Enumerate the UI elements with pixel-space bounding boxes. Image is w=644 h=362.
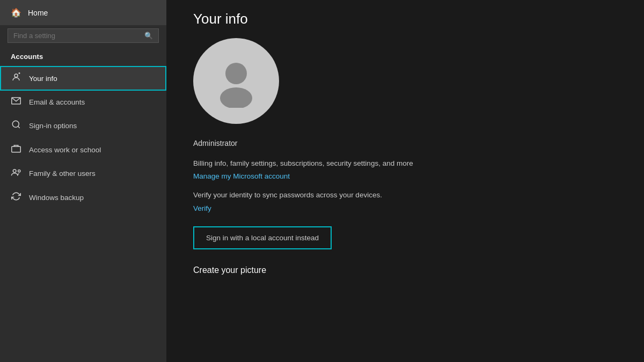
main-content: Your info Administrator Billing info, fa… — [166, 0, 644, 362]
sidebar-home-label: Home — [28, 9, 48, 17]
sidebar-item-sign-in-label: Sign-in options — [29, 122, 77, 130]
search-input[interactable] — [13, 32, 144, 40]
sidebar-item-windows-backup-label: Windows backup — [29, 194, 84, 202]
svg-rect-6 — [12, 146, 21, 152]
search-box[interactable]: 🔍 — [8, 28, 159, 43]
svg-point-7 — [13, 169, 16, 173]
sidebar-item-email-accounts[interactable]: Email & accounts — [0, 91, 166, 113]
billing-info-text: Billing info, family settings, subscript… — [193, 158, 617, 169]
family-icon — [11, 168, 21, 179]
sidebar-item-family-other-users[interactable]: Family & other users — [0, 161, 166, 185]
email-accounts-icon — [11, 97, 21, 107]
access-work-icon — [11, 144, 21, 155]
windows-backup-icon — [11, 191, 21, 203]
sidebar-item-your-info[interactable]: Your info — [0, 66, 166, 91]
home-icon: 🏠 — [11, 8, 21, 18]
svg-point-8 — [18, 170, 20, 172]
sidebar-item-family-label: Family & other users — [29, 169, 96, 178]
local-account-button[interactable]: Sign in with a local account instead — [193, 226, 332, 249]
sidebar-item-sign-in-options[interactable]: Sign-in options — [0, 113, 166, 138]
svg-point-0 — [14, 74, 18, 77]
verify-link[interactable]: Verify — [193, 204, 617, 212]
svg-line-5 — [18, 126, 19, 128]
sidebar-item-access-work-school[interactable]: Access work or school — [0, 138, 166, 161]
create-picture-heading: Create your picture — [193, 265, 617, 275]
search-icon[interactable]: 🔍 — [144, 32, 153, 40]
sidebar-item-email-accounts-label: Email & accounts — [29, 98, 85, 106]
svg-point-10 — [220, 87, 252, 108]
sidebar-item-your-info-label: Your info — [29, 75, 57, 83]
svg-point-9 — [225, 63, 247, 84]
sidebar: 🏠 Home 🔍 Accounts Your info — [0, 0, 166, 362]
avatar — [193, 38, 279, 124]
svg-point-4 — [12, 121, 19, 127]
page-title: Your info — [193, 11, 617, 27]
sidebar-item-windows-backup[interactable]: Windows backup — [0, 185, 166, 210]
sidebar-home-item[interactable]: 🏠 Home — [0, 0, 166, 25]
your-info-icon — [11, 72, 21, 84]
manage-account-link[interactable]: Manage my Microsoft account — [193, 172, 617, 180]
verify-text: Verify your identity to sync passwords a… — [193, 190, 617, 201]
sidebar-item-access-work-label: Access work or school — [29, 146, 101, 154]
user-name: Administrator — [193, 139, 617, 147]
sidebar-nav: Your info Email & accounts Sign-in optio… — [0, 66, 166, 210]
avatar-svg — [209, 54, 263, 108]
sign-in-options-icon — [11, 120, 21, 131]
accounts-section-title: Accounts — [0, 48, 166, 66]
